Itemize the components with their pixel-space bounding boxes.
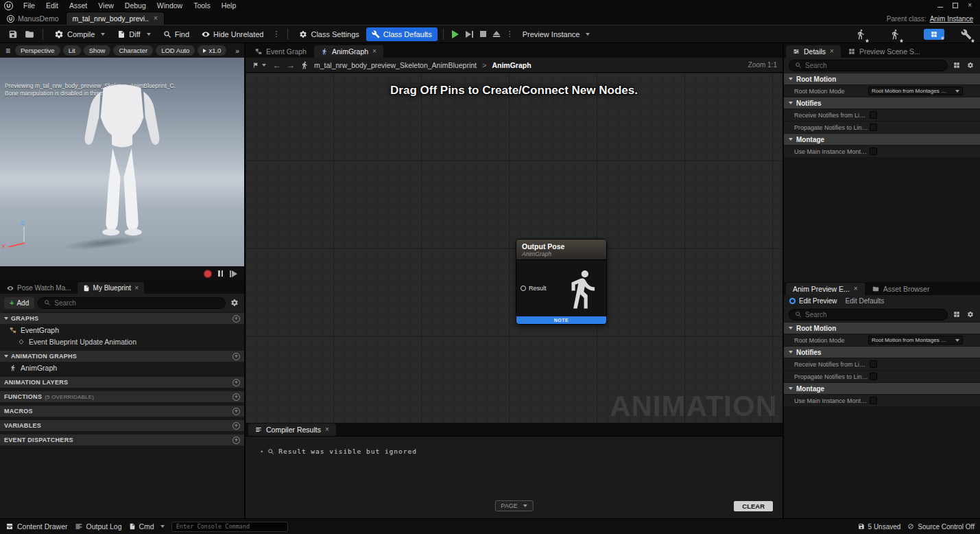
- asset-tab[interactable]: m_tal_nrw_body_previ.. ×: [66, 12, 165, 25]
- lit-button[interactable]: Lit: [63, 45, 81, 56]
- tab-preview-scene-settings[interactable]: Preview Scene S...: [841, 45, 927, 58]
- tab-details[interactable]: Details ×: [786, 45, 841, 58]
- step-forward-button[interactable]: [230, 270, 237, 277]
- blueprint-search-input[interactable]: [54, 299, 219, 307]
- details-search-input[interactable]: [805, 62, 942, 69]
- window-maximize-icon[interactable]: [953, 1, 958, 10]
- breadcrumb-current[interactable]: AnimGraph: [492, 61, 531, 69]
- category-notifies[interactable]: Notifies: [784, 97, 980, 108]
- use-main-instance-checkbox[interactable]: [870, 397, 877, 404]
- close-icon[interactable]: ×: [372, 48, 377, 55]
- details-view-options-icon[interactable]: [952, 60, 961, 70]
- list-item-event-update-animation[interactable]: Event Blueprint Update Animation: [0, 336, 244, 347]
- root-motion-mode-dropdown[interactable]: Root Motion from Montages Only: [868, 86, 963, 95]
- find-button[interactable]: Find: [158, 27, 195, 41]
- tab-compiler-results[interactable]: Compiler Results ×: [248, 423, 336, 436]
- blueprint-filter-gear[interactable]: [229, 297, 240, 308]
- tab-asset-browser[interactable]: Asset Browser: [865, 283, 937, 295]
- viewport-menu-icon[interactable]: ≡: [3, 46, 12, 56]
- forward-icon[interactable]: →: [287, 61, 295, 69]
- section-graphs[interactable]: GRAPHS +: [0, 313, 244, 324]
- menu-edit[interactable]: Edit: [41, 1, 63, 10]
- cmd-dropdown[interactable]: Cmd: [129, 522, 165, 531]
- close-icon[interactable]: ×: [854, 286, 858, 292]
- content-drawer-button[interactable]: Content Drawer: [5, 522, 68, 531]
- class-defaults-button[interactable]: Class Defaults: [366, 27, 438, 41]
- section-animation-layers[interactable]: ANIMATION LAYERS +: [0, 377, 244, 388]
- edit-defaults-button[interactable]: Edit Defaults: [846, 297, 885, 305]
- add-button[interactable]: + Add: [4, 297, 34, 309]
- compile-button[interactable]: Compile: [49, 27, 110, 42]
- close-icon[interactable]: ×: [134, 285, 139, 292]
- browse-content-button[interactable]: [22, 27, 37, 42]
- stop-button[interactable]: [477, 28, 489, 40]
- lod-auto-button[interactable]: LOD Auto: [156, 45, 195, 56]
- pause-button[interactable]: [218, 270, 223, 277]
- add-variable-button[interactable]: +: [232, 422, 240, 430]
- play-button[interactable]: [449, 27, 462, 41]
- propagate-notifies-checkbox[interactable]: [870, 373, 877, 380]
- add-anim-graph-button[interactable]: +: [232, 353, 240, 360]
- menu-help[interactable]: Help: [217, 1, 241, 10]
- anim-preview-search[interactable]: [789, 309, 948, 321]
- output-log-button[interactable]: Output Log: [75, 522, 122, 531]
- playback-speed-button[interactable]: x1.0: [198, 45, 226, 56]
- preview-animation-icon-button[interactable]: [887, 26, 903, 43]
- bookmarks-icon[interactable]: [251, 60, 267, 70]
- overflow-menu-icon[interactable]: ⋮: [504, 30, 516, 38]
- save-button[interactable]: [5, 27, 21, 42]
- menu-tools[interactable]: Tools: [189, 1, 215, 10]
- category-montage[interactable]: Montage: [784, 134, 980, 145]
- diff-button[interactable]: Diff: [112, 27, 156, 41]
- eject-button[interactable]: [490, 28, 503, 40]
- breadcrumb-root[interactable]: m_tal_nrw_body_preview_Skeleton_AnimBlue…: [314, 61, 477, 69]
- page-dropdown-button[interactable]: PAGE: [494, 500, 533, 511]
- category-root-motion[interactable]: Root Motion: [784, 73, 980, 84]
- section-animation-graphs[interactable]: ANIMATION GRAPHS +: [0, 351, 244, 362]
- parent-class-link[interactable]: Anim Instance: [930, 15, 973, 23]
- blueprint-search[interactable]: [38, 297, 226, 309]
- character-button[interactable]: Character: [113, 45, 153, 56]
- propagate-notifies-checkbox[interactable]: [870, 124, 877, 131]
- overflow-menu-icon[interactable]: ⋮: [270, 30, 282, 38]
- tab-my-blueprint[interactable]: My Blueprint ×: [77, 282, 144, 294]
- add-graph-button[interactable]: +: [232, 315, 240, 323]
- section-variables[interactable]: VARIABLES +: [0, 420, 244, 431]
- back-icon[interactable]: ←: [273, 61, 281, 69]
- class-settings-button[interactable]: Class Settings: [294, 27, 364, 41]
- asset-settings-icon-button[interactable]: [958, 26, 975, 43]
- unsaved-changes-button[interactable]: 5 Unsaved: [858, 523, 901, 531]
- category-notifies[interactable]: Notifies: [784, 347, 980, 358]
- preview-viewport[interactable]: Previewing m_tal_nrw_body_preview_Skelet…: [0, 58, 244, 266]
- root-motion-mode-dropdown[interactable]: Root Motion from Montages Only: [868, 336, 963, 345]
- anim-graph-canvas[interactable]: Drag Off Pins to Create/Connect New Node…: [246, 73, 782, 423]
- toolbar-overflow-icon[interactable]: »: [235, 47, 241, 55]
- add-anim-layer-button[interactable]: +: [232, 379, 240, 386]
- receive-notifies-checkbox[interactable]: [870, 111, 877, 119]
- menu-window[interactable]: Window: [152, 1, 187, 10]
- menu-file[interactable]: File: [19, 1, 40, 10]
- category-montage[interactable]: Montage: [784, 383, 980, 394]
- section-functions[interactable]: FUNCTIONS (5 OVERRIDABLE) +: [0, 391, 244, 402]
- menu-asset[interactable]: Asset: [64, 1, 92, 10]
- tab-anim-graph[interactable]: AnimGraph ×: [314, 45, 383, 58]
- close-icon[interactable]: ×: [830, 48, 834, 55]
- close-icon[interactable]: ×: [154, 15, 158, 22]
- use-main-instance-checkbox[interactable]: [870, 148, 877, 155]
- section-event-dispatchers[interactable]: EVENT DISPATCHERS +: [0, 434, 244, 445]
- section-macros[interactable]: MACROS +: [0, 406, 244, 417]
- receive-notifies-checkbox[interactable]: [870, 360, 877, 368]
- menu-view[interactable]: View: [93, 1, 119, 10]
- details-settings-gear[interactable]: [966, 60, 975, 70]
- console-command-input[interactable]: [171, 522, 288, 532]
- perspective-button[interactable]: Perspective: [15, 45, 60, 56]
- preview-mesh-icon-button[interactable]: [852, 26, 869, 43]
- active-preview-button[interactable]: [924, 29, 944, 40]
- close-icon[interactable]: ×: [325, 426, 329, 433]
- note-bar[interactable]: NOTE: [516, 316, 606, 324]
- details-search[interactable]: [789, 60, 948, 71]
- add-event-dispatcher-button[interactable]: +: [232, 437, 240, 444]
- clear-button[interactable]: CLEAR: [734, 501, 773, 511]
- window-minimize-icon[interactable]: [937, 1, 943, 10]
- add-function-button[interactable]: +: [232, 393, 240, 401]
